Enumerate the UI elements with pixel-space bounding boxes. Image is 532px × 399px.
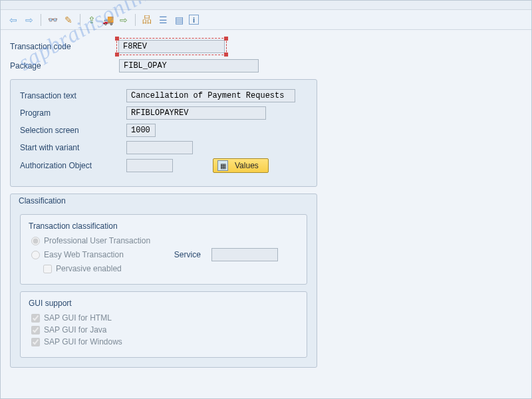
info-icon[interactable]: i	[189, 15, 199, 25]
program-row: Program	[20, 106, 307, 120]
gui-html-label: SAP GUI for HTML	[44, 313, 112, 323]
radio-professional-row: Professional User Transaction	[31, 236, 299, 245]
gui-support-subgroup: GUI support SAP GUI for HTML SAP GUI for…	[20, 291, 307, 358]
package-row: Package	[10, 59, 522, 72]
check-icon[interactable]: ⇨	[118, 14, 130, 26]
service-input[interactable]	[211, 248, 278, 261]
variant-label: Start with variant	[20, 143, 126, 152]
gui-java-label: SAP GUI for Java	[44, 325, 106, 334]
authobj-input[interactable]	[126, 159, 173, 172]
radio-easyweb-label: Easy Web Transaction	[44, 250, 124, 259]
package-label: Package	[10, 61, 116, 70]
variant-input[interactable]	[126, 141, 193, 154]
other-object-icon[interactable]: ⇪	[86, 14, 98, 26]
selscreen-row: Selection screen	[20, 124, 307, 137]
tcode-highlight	[116, 38, 227, 55]
transport-icon[interactable]: 🚚	[102, 14, 114, 26]
pervasive-label: Pervasive enabled	[56, 264, 122, 273]
pervasive-checkbox[interactable]	[43, 265, 52, 273]
sap-window: ⇦ ⇨ 👓 ✎ ⇪ 🚚 ⇨ 品 ☰ ▤ i Transaction code P…	[0, 0, 532, 399]
program-input[interactable]	[126, 106, 266, 120]
content-area: Transaction code Package Transaction tex…	[1, 30, 531, 376]
tcode-input[interactable]	[118, 40, 225, 53]
radio-professional-label: Professional User Transaction	[44, 236, 150, 245]
txtext-label: Transaction text	[20, 91, 126, 100]
tcode-row: Transaction code	[10, 38, 522, 55]
radio-easyweb-row: Easy Web Transaction Service	[31, 248, 299, 261]
back-icon[interactable]: ⇦	[7, 14, 19, 26]
tcode-label: Transaction code	[10, 42, 116, 51]
separator	[80, 14, 80, 26]
pervasive-row: Pervasive enabled	[43, 264, 299, 273]
classification-title: Classification	[16, 196, 68, 205]
gui-html-row: SAP GUI for HTML	[31, 313, 299, 323]
package-input[interactable]	[119, 59, 259, 72]
classification-group: Classification Transaction classificatio…	[10, 194, 317, 368]
object-list-icon[interactable]: ▤	[173, 14, 185, 26]
gui-win-checkbox[interactable]	[31, 338, 40, 346]
details-group: Transaction text Program Selection scree…	[10, 79, 317, 187]
display-change-icon[interactable]: ✎	[63, 14, 74, 26]
gui-support-title: GUI support	[29, 299, 299, 308]
tx-classification-subgroup: Transaction classification Professional …	[20, 214, 307, 285]
selscreen-input[interactable]	[126, 124, 156, 137]
separator	[41, 14, 41, 26]
selscreen-label: Selection screen	[20, 126, 126, 135]
gui-java-checkbox[interactable]	[31, 326, 40, 334]
separator	[135, 14, 136, 26]
gui-java-row: SAP GUI for Java	[31, 325, 299, 334]
values-icon: ▦	[217, 160, 228, 171]
gui-win-row: SAP GUI for Windows	[31, 337, 299, 346]
variant-row: Start with variant	[20, 141, 307, 154]
title-strip	[1, 1, 531, 10]
values-button-label: Values	[235, 161, 259, 170]
gui-html-checkbox[interactable]	[31, 314, 40, 323]
tx-classification-title: Transaction classification	[29, 221, 299, 231]
glasses-icon[interactable]: 👓	[47, 14, 59, 26]
hierarchy-icon[interactable]: 品	[141, 14, 153, 26]
authobj-row: Authorization Object ▦ Values	[20, 158, 307, 173]
gui-win-label: SAP GUI for Windows	[44, 337, 122, 346]
toolbar: ⇦ ⇨ 👓 ✎ ⇪ 🚚 ⇨ 品 ☰ ▤ i	[1, 10, 531, 30]
where-used-icon[interactable]: ☰	[157, 14, 169, 26]
txtext-input[interactable]	[126, 89, 295, 102]
service-label: Service	[174, 250, 201, 259]
forward-icon[interactable]: ⇨	[23, 14, 35, 26]
values-button[interactable]: ▦ Values	[213, 158, 269, 173]
txtext-row: Transaction text	[20, 89, 307, 102]
program-label: Program	[20, 108, 126, 118]
authobj-label: Authorization Object	[20, 161, 126, 170]
radio-easyweb[interactable]	[31, 251, 40, 259]
radio-professional[interactable]	[31, 237, 40, 245]
